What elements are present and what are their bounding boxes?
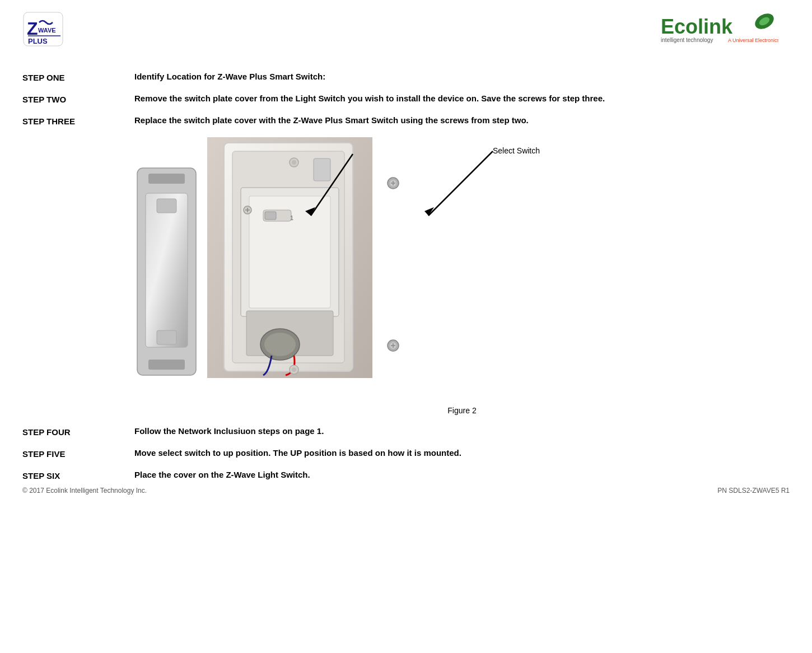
svg-text:PLUS: PLUS: [28, 37, 48, 45]
figure-caption: Figure 2: [134, 406, 790, 415]
part-number: PN SDLS2-ZWAVE5 R1: [717, 487, 790, 495]
footer: © 2017 Ecolink Intelligent Technology In…: [22, 487, 790, 495]
select-switch-annotation: Select Switch: [493, 146, 540, 155]
step-three-row: STEP THREE Replace the switch plate cove…: [22, 115, 790, 126]
svg-point-35: [292, 367, 296, 372]
step-three-text: Replace the switch plate cover with the …: [134, 115, 790, 125]
page-wrapper: Z WAVE PLUS Ecolink intelligent technol: [0, 0, 812, 503]
svg-rect-14: [157, 199, 176, 213]
step-two-label: STEP TWO: [22, 94, 134, 104]
svg-line-38: [428, 151, 493, 216]
select-switch-label: Select Switch: [493, 146, 540, 155]
screw-top: [386, 176, 400, 192]
zwave-logo: Z WAVE PLUS: [22, 11, 73, 55]
svg-rect-11: [148, 174, 185, 184]
arrow-annotation: [358, 137, 504, 240]
main-photo: 1: [207, 137, 372, 378]
ecolink-logo: Ecolink intelligent technology A Univers…: [661, 11, 778, 49]
step-four-text: Follow the Network Inclusiuon steps on p…: [134, 426, 790, 436]
svg-point-33: [264, 333, 296, 356]
svg-text:1: 1: [290, 214, 293, 221]
step-six-label: STEP SIX: [22, 470, 134, 481]
step-five-row: STEP FIVE Move select switch to up posit…: [22, 448, 790, 459]
step-three-label: STEP THREE: [22, 115, 134, 126]
svg-rect-22: [314, 158, 330, 181]
step-two-row: STEP TWO Remove the switch plate cover f…: [22, 94, 790, 104]
svg-marker-39: [424, 207, 434, 216]
svg-text:WAVE: WAVE: [38, 27, 56, 34]
svg-rect-29: [265, 212, 276, 220]
header: Z WAVE PLUS Ecolink intelligent technol: [22, 11, 790, 55]
svg-rect-15: [157, 330, 176, 344]
step-one-label: STEP ONE: [22, 72, 134, 82]
svg-rect-12: [148, 360, 185, 370]
step-one-text: Identify Location for Z-Wave Plus Smart …: [134, 72, 790, 81]
svg-text:A Universal Electronics Compan: A Universal Electronics Company: [728, 38, 778, 43]
steps-section: STEP ONE Identify Location for Z-Wave Pl…: [22, 72, 790, 126]
svg-point-20: [292, 160, 296, 165]
step-six-text: Place the cover on the Z-Wave Light Swit…: [134, 470, 790, 479]
screw-bottom: [386, 339, 400, 355]
svg-rect-13: [146, 193, 188, 347]
step-one-row: STEP ONE Identify Location for Z-Wave Pl…: [22, 72, 790, 82]
step-six-row: STEP SIX Place the cover on the Z-Wave L…: [22, 470, 790, 481]
copyright-text: © 2017 Ecolink Intelligent Technology In…: [22, 487, 147, 495]
step-five-text: Move select switch to up position. The U…: [134, 448, 790, 458]
switch-device-illustration: [134, 165, 199, 378]
svg-text:Ecolink: Ecolink: [661, 15, 733, 38]
step-four-label: STEP FOUR: [22, 426, 134, 437]
step-four-row: STEP FOUR Follow the Network Inclusiuon …: [22, 426, 790, 437]
figure-area: 1 Select Switch: [134, 137, 790, 400]
svg-text:intelligent technology: intelligent technology: [661, 37, 713, 43]
step-two-text: Remove the switch plate cover from the L…: [134, 94, 790, 103]
step-five-label: STEP FIVE: [22, 448, 134, 459]
